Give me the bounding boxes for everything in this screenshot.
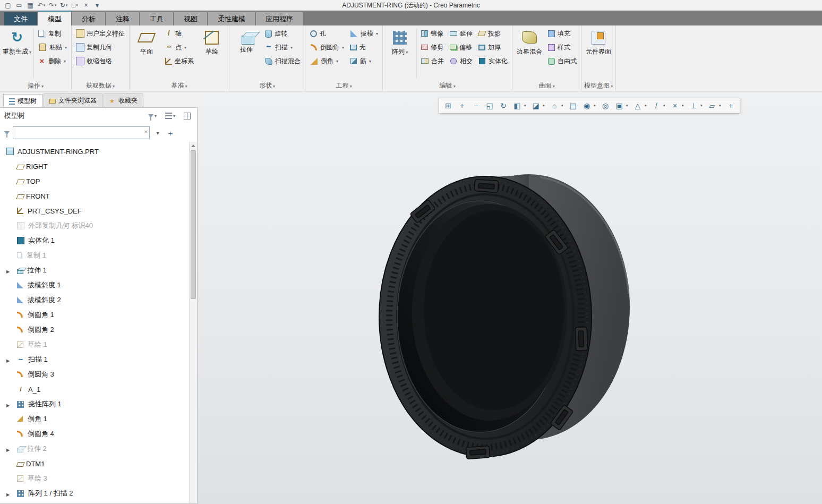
close-window-button[interactable]: × — [81, 1, 91, 10]
scroll-up-icon[interactable] — [190, 142, 197, 149]
display-style-button[interactable]: ◧ — [511, 99, 524, 112]
clear-search-icon[interactable]: × — [144, 129, 148, 135]
round-button[interactable]: 倒圆角 — [307, 40, 347, 54]
new-file-button[interactable]: ▢ — [3, 1, 13, 10]
expand-arrow-icon[interactable] — [6, 400, 17, 408]
tree-item-flex-pattern-1[interactable]: 挠性阵列 1 — [0, 397, 197, 412]
paste-button[interactable]: 粘贴 — [35, 40, 70, 54]
model-3d-adjustment-ring[interactable] — [376, 174, 641, 464]
chevron-down-icon[interactable]: ▾ — [543, 104, 546, 108]
style-button[interactable]: 样式 — [545, 40, 579, 54]
csys-display-button[interactable]: ⊥ — [687, 99, 700, 112]
group-label-operations[interactable]: 操作 — [2, 80, 70, 91]
project-button[interactable]: 投影 — [475, 27, 510, 40]
repaint-button[interactable]: ↻ — [497, 99, 510, 112]
extend-button[interactable]: 延伸 — [447, 27, 475, 40]
tree-item-ext-copy-geom[interactable]: 外部复制几何 标识40 — [0, 218, 197, 233]
group-label-shapes[interactable]: 形状 — [231, 80, 303, 91]
tree-item-sweep-1[interactable]: 扫描 1 — [0, 352, 197, 367]
tree-filters-button[interactable] — [146, 110, 159, 121]
spin-center-button[interactable]: + — [724, 99, 737, 112]
group-label-datum[interactable]: 基准 — [131, 80, 227, 91]
sketch-button[interactable]: 草绘 — [196, 27, 227, 55]
tree-item-right[interactable]: RIGHT — [0, 159, 197, 174]
sweep-button[interactable]: 扫描 — [262, 40, 303, 54]
group-label-surfaces[interactable]: 曲面 — [514, 80, 579, 91]
chevron-down-icon[interactable]: ▾ — [524, 104, 528, 108]
tree-item-copy-1[interactable]: 复制 1 — [0, 248, 197, 263]
tree-item-chamfer-1[interactable]: 倒角 1 — [0, 412, 197, 426]
tree-item-csys[interactable]: PRT_CSYS_DEF — [0, 203, 197, 218]
solidify-button[interactable]: 实体化 — [475, 54, 510, 68]
tab-favorites[interactable]: 收藏夹 — [104, 93, 143, 107]
tree-item-dtm1[interactable]: DTM1 — [0, 456, 197, 471]
tab-view[interactable]: 视图 — [174, 12, 207, 25]
thicken-button[interactable]: 加厚 — [475, 40, 510, 54]
tab-annotate[interactable]: 注释 — [106, 12, 139, 25]
point-button[interactable]: 点 — [162, 40, 196, 54]
tab-flexible-modeling[interactable]: 柔性建模 — [208, 12, 255, 25]
chevron-down-icon[interactable]: ▾ — [719, 104, 723, 108]
zoom-region-button[interactable]: ⊞ — [442, 99, 455, 112]
tree-item-round-4[interactable]: 倒圆角 4 — [0, 426, 197, 441]
saved-orientations-button[interactable]: ⌂ — [548, 99, 561, 112]
tab-applications[interactable]: 应用程序 — [256, 12, 303, 25]
component-interface-button[interactable]: 元件界面 — [583, 27, 614, 55]
copy-geometry-button[interactable]: 复制几何 — [73, 40, 127, 54]
rib-button[interactable]: 筋 — [347, 54, 381, 68]
chevron-down-icon[interactable]: ▾ — [663, 104, 667, 108]
shrinkwrap-button[interactable]: 收缩包络 — [73, 54, 127, 68]
tree-item-sketch-1[interactable]: 草绘 1 — [0, 337, 197, 352]
group-label-engineering[interactable]: 工程 — [307, 80, 381, 91]
expand-search-button[interactable]: + — [166, 127, 175, 139]
datum-display-filters-button[interactable]: △ — [631, 99, 644, 112]
tree-item-part[interactable]: ADJUSTMENT-RING.PRT — [0, 144, 197, 159]
regenerate-button[interactable]: 重新生成 — [2, 27, 32, 56]
tree-columns-button[interactable] — [182, 110, 193, 121]
group-label-model-intent[interactable]: 模型意图 — [583, 80, 614, 91]
offset-button[interactable]: 偏移 — [447, 40, 475, 54]
zoom-in-button[interactable]: + — [456, 99, 468, 112]
mirror-button[interactable]: 镜像 — [418, 27, 447, 40]
undo-button[interactable]: ↶ — [37, 1, 46, 10]
expand-arrow-icon[interactable] — [6, 356, 17, 364]
tree-item-axis-a1[interactable]: A_1 — [0, 382, 197, 397]
revolve-button[interactable]: 旋转 — [262, 27, 303, 40]
trim-button[interactable]: 修剪 — [418, 40, 447, 54]
tab-folder-browser[interactable]: 文件夹浏览器 — [44, 93, 102, 107]
tree-settings-button[interactable] — [163, 110, 177, 121]
tree-item-round-1[interactable]: 倒圆角 1 — [0, 307, 197, 322]
render-style-button[interactable]: ◎ — [599, 99, 612, 112]
tree-search-input[interactable] — [13, 126, 150, 139]
draft-button[interactable]: 拔模 — [347, 27, 381, 40]
point-display-button[interactable]: × — [669, 99, 681, 112]
tree-item-sketch-3[interactable]: 草绘 3 — [0, 471, 197, 486]
tree-item-front[interactable]: FRONT — [0, 189, 197, 203]
plane-display-button[interactable]: ▱ — [706, 99, 718, 112]
tree-item-extrude-2[interactable]: 拉伸 2 — [0, 441, 197, 456]
tree-item-draft-1[interactable]: 拔模斜度 1 — [0, 278, 197, 293]
tab-file[interactable]: 文件 — [4, 12, 37, 25]
chevron-down-icon[interactable]: ▾ — [626, 104, 630, 108]
freestyle-button[interactable]: 自由式 — [545, 54, 579, 68]
scrollbar-thumb[interactable] — [191, 150, 196, 299]
refit-button[interactable]: ◱ — [483, 99, 496, 112]
section-button[interactable]: ◪ — [529, 99, 542, 112]
save-file-button[interactable]: ▦ — [25, 1, 35, 10]
regenerate-quick-button[interactable]: ↻ — [59, 1, 68, 10]
annotation-display-button[interactable]: ▣ — [613, 99, 626, 112]
boundary-blend-button[interactable]: 边界混合 — [514, 27, 545, 55]
hole-button[interactable]: 孔 — [307, 27, 347, 40]
chevron-down-icon[interactable]: ▾ — [682, 104, 686, 108]
chamfer-button[interactable]: 倒角 — [307, 54, 347, 68]
tree-item-pattern-1-sweep-2[interactable]: 阵列 1 / 扫描 2 — [0, 486, 197, 501]
tree-scrollbar[interactable] — [189, 142, 197, 503]
view-manager-button[interactable]: ▤ — [567, 99, 579, 112]
axis-button[interactable]: 轴 — [162, 27, 196, 40]
plane-button[interactable]: 平面 — [131, 27, 162, 55]
expand-arrow-icon[interactable] — [6, 490, 17, 498]
extrude-button[interactable]: 拉伸 — [231, 27, 262, 53]
chevron-down-icon[interactable]: ▾ — [594, 104, 597, 108]
udf-button[interactable]: 用户定义特征 — [73, 27, 127, 40]
tree-item-round-3[interactable]: 倒圆角 3 — [0, 367, 197, 382]
